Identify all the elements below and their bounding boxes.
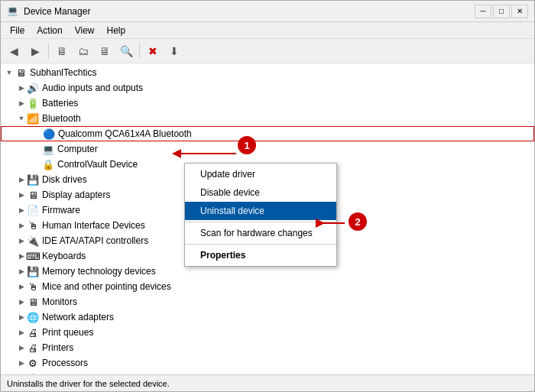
security-icon: 🔒	[27, 372, 39, 374]
context-menu-separator-2	[185, 244, 336, 245]
expand-audio[interactable]: ▶	[16, 83, 27, 93]
title-bar-controls: ─ □ ✕	[475, 5, 528, 18]
tree-item-qualcomm[interactable]: 🔵 Qualcomm QCA61x4A Bluetooth	[1, 126, 534, 141]
context-update-driver[interactable]: Update driver	[185, 165, 336, 183]
disk-icon: 💾	[27, 173, 39, 186]
context-uninstall-device[interactable]: Uninstall device	[185, 202, 336, 220]
minimize-button[interactable]: ─	[475, 5, 491, 18]
toolbar-update[interactable]: 🖥	[95, 41, 115, 61]
toolbar-scan[interactable]: 🔍	[116, 41, 136, 61]
qualcomm-icon: 🔵	[43, 128, 55, 140]
menu-help[interactable]: Help	[101, 24, 132, 37]
toolbar-remove[interactable]: ✖	[143, 41, 163, 61]
context-properties[interactable]: Properties	[185, 246, 336, 264]
printers-label: Printers	[42, 342, 73, 353]
tree-item-audio[interactable]: ▶ 🔊 Audio inputs and outputs	[1, 80, 534, 96]
bluetooth-label: Bluetooth	[42, 113, 81, 124]
device-manager-window: 💻 Device Manager ─ □ ✕ File Action View …	[0, 0, 535, 392]
expand-mice[interactable]: ▶	[16, 281, 27, 292]
tree-item-mice[interactable]: ▶ 🖱 Mice and other pointing devices	[1, 279, 534, 294]
window-icon: 💻	[7, 5, 19, 18]
tree-item-computer[interactable]: 💻 Computer	[1, 141, 534, 157]
toolbar-separator-1	[48, 44, 49, 59]
security-label: Security devices	[42, 373, 109, 374]
expand-qualcomm	[32, 128, 43, 139]
tree-root[interactable]: ▼ 🖥 SubhanlTechtics	[1, 65, 534, 80]
expand-printers[interactable]: ▶	[16, 342, 27, 353]
audio-icon: 🔊	[27, 82, 39, 94]
annotation-arrow-2	[316, 218, 346, 228]
expand-batteries[interactable]: ▶	[16, 98, 27, 109]
expand-memory[interactable]: ▶	[16, 266, 27, 277]
display-icon: 🖥	[27, 189, 39, 201]
expand-disk[interactable]: ▶	[16, 174, 27, 185]
toolbar: ◀ ▶ 🖥 🗂 🖥 🔍 ✖ ⬇	[1, 39, 534, 63]
annotation-circle-1: 1	[238, 136, 256, 154]
annotation-arrow-1	[169, 146, 238, 161]
ide-label: IDE ATA/ATAPI controllers	[42, 235, 148, 246]
expand-security[interactable]: ▶	[16, 373, 27, 374]
title-bar-left: 💻 Device Manager	[7, 5, 90, 18]
toolbar-computer[interactable]: 🖥	[52, 41, 72, 61]
processors-label: Processors	[42, 358, 88, 368]
title-bar: 💻 Device Manager ─ □ ✕	[1, 1, 534, 22]
monitors-label: Monitors	[42, 296, 77, 307]
computer-sub-icon: 💻	[42, 143, 54, 155]
expand-display[interactable]: ▶	[16, 190, 27, 200]
menu-file[interactable]: File	[4, 24, 31, 37]
expand-root[interactable]: ▼	[4, 67, 15, 78]
expand-hid[interactable]: ▶	[16, 220, 27, 231]
expand-firmware[interactable]: ▶	[16, 205, 27, 215]
mice-icon: 🖱	[27, 280, 39, 293]
context-menu: Update driver Disable device Uninstall d…	[184, 163, 337, 267]
toolbar-back[interactable]: ◀	[4, 41, 24, 61]
monitors-icon: 🖥	[27, 296, 39, 308]
expand-network[interactable]: ▶	[16, 312, 27, 322]
status-text: Uninstalls the driver for the selected d…	[7, 379, 170, 388]
ide-icon: 🔌	[27, 235, 39, 247]
context-scan-hardware[interactable]: Scan for hardware changes	[185, 224, 336, 242]
firmware-label: Firmware	[42, 205, 80, 215]
expand-ide[interactable]: ▶	[16, 235, 27, 246]
tree-item-printers[interactable]: ▶ 🖨 Printers	[1, 340, 534, 355]
expand-print-queues[interactable]: ▶	[16, 327, 27, 338]
controlvault-icon: 🔒	[42, 158, 54, 170]
tree-item-batteries[interactable]: ▶ 🔋 Batteries	[1, 96, 534, 111]
toolbar-download[interactable]: ⬇	[164, 41, 184, 61]
close-button[interactable]: ✕	[511, 5, 528, 18]
printers-icon: 🖨	[27, 342, 39, 354]
qualcomm-label: Qualcomm QCA61x4A Bluetooth	[58, 128, 192, 139]
network-icon: 🌐	[27, 311, 39, 323]
tree-item-network[interactable]: ▶ 🌐 Network adapters	[1, 309, 534, 325]
batteries-label: Batteries	[42, 98, 78, 109]
tree-item-processors[interactable]: ▶ ⚙ Processors	[1, 355, 534, 371]
menu-bar: File Action View Help	[1, 22, 534, 39]
tree-item-monitors[interactable]: ▶ 🖥 Monitors	[1, 294, 534, 309]
firmware-icon: 📄	[27, 204, 39, 216]
content-area: ▼ 🖥 SubhanlTechtics ▶ 🔊 Audio inputs and…	[1, 63, 534, 374]
menu-action[interactable]: Action	[31, 24, 68, 37]
annotation-circle-2: 2	[349, 212, 367, 231]
tree-item-security[interactable]: ▶ 🔒 Security devices	[1, 371, 534, 374]
print-queues-label: Print queues	[42, 327, 93, 338]
display-label: Display adapters	[42, 190, 110, 200]
hid-label: Human Interface Devices	[42, 220, 145, 231]
processors-icon: ⚙	[27, 357, 39, 369]
toolbar-settings[interactable]: 🗂	[73, 41, 93, 61]
tree-item-bluetooth[interactable]: ▼ 📶 Bluetooth	[1, 111, 534, 126]
bluetooth-icon: 📶	[27, 112, 39, 125]
expand-processors[interactable]: ▶	[16, 358, 27, 368]
mice-label: Mice and other pointing devices	[42, 281, 171, 292]
batteries-icon: 🔋	[27, 97, 39, 109]
expand-monitors[interactable]: ▶	[16, 296, 27, 307]
maximize-button[interactable]: □	[493, 5, 510, 18]
disk-label: Disk drives	[42, 174, 87, 185]
computer-label: Computer	[57, 144, 98, 154]
expand-bluetooth[interactable]: ▼	[16, 113, 27, 124]
toolbar-forward[interactable]: ▶	[25, 41, 45, 61]
menu-view[interactable]: View	[69, 24, 101, 37]
context-disable-device[interactable]: Disable device	[185, 183, 336, 202]
keyboards-label: Keyboards	[42, 251, 86, 261]
tree-item-print-queues[interactable]: ▶ 🖨 Print queues	[1, 325, 534, 340]
expand-controlvault	[31, 159, 42, 170]
